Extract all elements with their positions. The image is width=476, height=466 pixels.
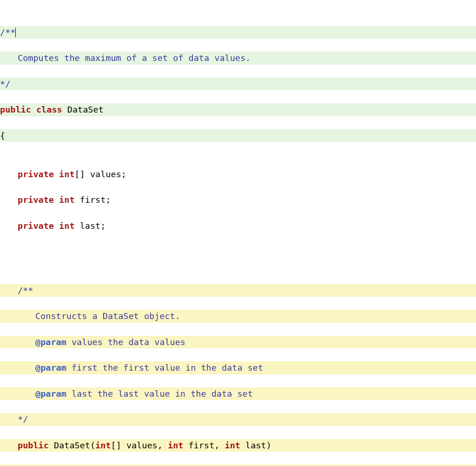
class-name: DataSet xyxy=(67,105,104,114)
code-line: Computes the maximum of a set of data va… xyxy=(0,52,476,65)
javadoc-text: last the last value in the data set xyxy=(66,389,253,399)
constructor-name: DataSet( xyxy=(49,440,95,450)
code-line: public class DataSet xyxy=(0,103,476,116)
type-int: int xyxy=(59,169,74,179)
type-int: int xyxy=(59,221,74,231)
brace-open: { xyxy=(0,131,5,140)
javadoc-text: first the first value in the data set xyxy=(66,363,263,373)
javadoc-tag-param: @param xyxy=(35,337,66,347)
code-line: private int[] values; xyxy=(0,168,476,181)
code-line: @param values the data values xyxy=(0,336,476,349)
code-line: */ xyxy=(0,413,476,426)
field-decl: last; xyxy=(75,221,106,231)
code-line: */ xyxy=(0,78,476,91)
javadoc-text: Constructs a DataSet object. xyxy=(35,311,180,321)
code-line: @param first the first value in the data… xyxy=(0,361,476,374)
text-cursor xyxy=(15,27,16,37)
code-line: { xyxy=(0,129,476,142)
code-line: private int last; xyxy=(0,220,476,233)
keyword-private: private xyxy=(18,221,54,231)
javadoc-tag-param: @param xyxy=(35,389,66,399)
javadoc-close: */ xyxy=(18,414,28,424)
code-line: public DataSet(int[] values, int first, … xyxy=(0,439,476,452)
param: first, xyxy=(183,440,225,450)
code-line: /** xyxy=(0,284,476,297)
keyword-public: public xyxy=(18,440,49,450)
field-decl: [] values; xyxy=(75,169,126,179)
javadoc-text: values the data values xyxy=(66,337,185,347)
javadoc-text: Computes the maximum of a set of data va… xyxy=(18,53,251,63)
keyword-class: class xyxy=(36,105,62,114)
javadoc-close: */ xyxy=(0,79,10,89)
keyword-private: private xyxy=(18,169,54,179)
javadoc-open: /** xyxy=(18,286,33,295)
type-int: int xyxy=(95,440,111,450)
keyword-private: private xyxy=(18,195,54,205)
type-int: int xyxy=(168,440,183,450)
code-line: @param last the last value in the data s… xyxy=(0,387,476,400)
type-int: int xyxy=(225,440,240,450)
code-line: private int first; xyxy=(0,193,476,206)
keyword-public: public xyxy=(0,105,31,114)
code-editor: /** Computes the maximum of a set of dat… xyxy=(0,0,476,466)
code-line: /** xyxy=(0,26,476,39)
param: last) xyxy=(240,440,271,450)
code-line: Constructs a DataSet object. xyxy=(0,310,476,323)
blank-line xyxy=(0,245,476,258)
javadoc-open: /** xyxy=(0,27,15,37)
type-int: int xyxy=(59,195,74,205)
field-decl: first; xyxy=(75,195,111,205)
javadoc-tag-param: @param xyxy=(35,363,66,373)
param: [] values, xyxy=(111,440,168,450)
